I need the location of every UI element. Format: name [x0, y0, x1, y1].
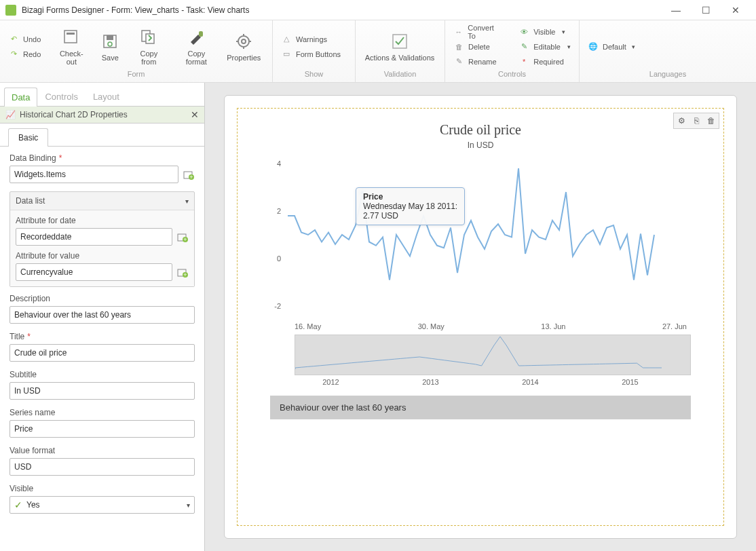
datalist-collapse[interactable]: Data list ▾: [10, 192, 194, 210]
ribbon-group-show: Show: [273, 70, 355, 82]
brush-icon: [187, 28, 206, 47]
svg-rect-0: [64, 31, 77, 43]
check-icon: [390, 32, 409, 51]
rename-label: Rename: [468, 58, 497, 66]
warnings-label: Warnings: [296, 35, 327, 43]
attrdate-picker-button[interactable]: +: [176, 231, 189, 243]
visible-dropdown[interactable]: 👁 Visible ▾: [514, 25, 575, 39]
save-button[interactable]: Save: [95, 24, 125, 69]
svg-text:-2: -2: [274, 302, 281, 310]
tooltip-date: Wednesday May 18 2011:: [363, 202, 457, 211]
required-dropdown[interactable]: * Required: [514, 55, 575, 69]
svg-point-8: [238, 36, 249, 47]
visible-prop-label: Visible: [10, 484, 33, 493]
maximize-button[interactable]: ☐: [691, 0, 721, 20]
editable-dropdown[interactable]: ✎ Editable ▾: [514, 40, 575, 54]
redo-button[interactable]: ↷ Redo: [4, 48, 45, 61]
title-input[interactable]: Crude oil price: [10, 344, 195, 362]
window-title: Bizagi Forms Designer - Form: View_chart…: [22, 5, 661, 15]
x-axis-labels: 16. May30. May13. Jun27. Jun: [254, 320, 707, 330]
close-properties-button[interactable]: ✕: [191, 109, 199, 120]
subtab-basic[interactable]: Basic: [8, 128, 48, 147]
convert-icon: ↔: [453, 26, 464, 37]
svg-text:4: 4: [277, 159, 281, 168]
svg-rect-7: [199, 31, 203, 37]
tooltip-value: 2.77 USD: [363, 211, 398, 221]
svg-text:+: +: [183, 271, 187, 278]
language-label: Default: [603, 43, 626, 51]
navigator-labels: 2012201320142015: [254, 378, 707, 386]
properties-header: Historical Chart 2D Properties: [20, 110, 191, 119]
editable-label: Editable: [533, 43, 561, 51]
valueformat-input[interactable]: USD: [10, 458, 195, 476]
svg-rect-3: [107, 35, 113, 40]
form-buttons-button[interactable]: ▭ Form Buttons: [277, 48, 345, 61]
attrvalue-input[interactable]: Currencyvalue: [16, 263, 172, 281]
description-input[interactable]: Behaviour over the last 60 years: [10, 306, 195, 324]
chart-plot: -2024: [254, 150, 661, 320]
undo-button[interactable]: ↶ Undo: [4, 33, 45, 46]
save-label: Save: [102, 54, 119, 62]
copy-format-label: Copy format: [176, 50, 216, 66]
svg-point-4: [108, 42, 112, 46]
title-bar: Bizagi Forms Designer - Form: View_chart…: [0, 0, 756, 20]
close-button[interactable]: ✕: [721, 0, 751, 20]
chart-icon: 📈: [5, 110, 16, 119]
attrvalue-label: Attribute for value: [16, 251, 79, 261]
convert-to-button[interactable]: ↔ Convert To: [449, 25, 506, 39]
properties-button[interactable]: Properties: [223, 24, 265, 69]
title-label: Title: [10, 332, 24, 341]
subtitle-input[interactable]: In USD: [10, 382, 195, 400]
redo-label: Redo: [23, 50, 41, 58]
widget-settings-button[interactable]: ⚙: [675, 115, 687, 127]
chart-description: Behaviour over the last 60 years: [270, 396, 691, 419]
save-icon: [100, 32, 119, 51]
delete-label: Delete: [468, 43, 490, 51]
attrdate-input[interactable]: Recordeddate: [16, 228, 172, 246]
svg-text:+: +: [189, 174, 193, 180]
actions-label: Actions & Validations: [365, 54, 435, 62]
formbuttons-label: Form Buttons: [296, 50, 341, 58]
description-label: Description: [10, 294, 50, 303]
tooltip-series: Price: [363, 192, 457, 202]
seriesname-input[interactable]: Price: [10, 420, 195, 438]
tab-layout[interactable]: Layout: [86, 87, 127, 106]
svg-text:2: 2: [277, 207, 281, 215]
rename-button[interactable]: ✎ Rename: [449, 55, 506, 69]
seriesname-label: Series name: [10, 408, 55, 417]
minimize-button[interactable]: —: [661, 0, 691, 20]
app-icon: [5, 5, 16, 16]
pencil-icon: ✎: [518, 41, 529, 52]
databinding-input[interactable]: Widgets.Items: [10, 166, 178, 183]
globe-icon: 🌐: [588, 41, 599, 52]
delete-button[interactable]: 🗑 Delete: [449, 40, 506, 54]
datalist-label: Data list: [16, 196, 45, 206]
copy-from-icon: [139, 28, 158, 47]
subtitle-label: Subtitle: [10, 370, 37, 379]
properties-panel: Data Controls Layout 📈 Historical Chart …: [0, 83, 205, 551]
visible-select[interactable]: ✓Yes ▾: [10, 496, 195, 514]
chart-subtitle: In USD: [254, 140, 707, 150]
design-canvas: ⚙ ⎘ 🗑 Crude oil price In USD -2024 Price…: [205, 83, 756, 551]
checkout-button[interactable]: Check-out: [50, 24, 92, 69]
visible-label: Visible: [533, 28, 555, 36]
ribbon: ↶ Undo ↷ Redo Check-out Save: [0, 20, 756, 83]
attrvalue-picker-button[interactable]: +: [176, 266, 189, 278]
language-dropdown[interactable]: 🌐 Default ▾: [584, 40, 639, 54]
tab-controls[interactable]: Controls: [37, 87, 85, 106]
widget-duplicate-button[interactable]: ⎘: [690, 115, 702, 127]
copy-from-button[interactable]: Copy from: [128, 24, 170, 69]
chart-widget[interactable]: ⚙ ⎘ 🗑 Crude oil price In USD -2024 Price…: [237, 108, 724, 526]
copy-format-button[interactable]: Copy format: [172, 24, 220, 69]
tab-data[interactable]: Data: [4, 88, 37, 107]
ribbon-group-validation: Validation: [356, 70, 445, 82]
actions-validations-button[interactable]: Actions & Validations: [360, 24, 440, 69]
warnings-button[interactable]: △ Warnings: [277, 33, 345, 46]
databinding-picker-button[interactable]: +: [183, 168, 195, 180]
undo-icon: ↶: [8, 34, 19, 45]
chart-title: Crude oil price: [254, 122, 707, 138]
ribbon-group-controls: Controls: [445, 70, 579, 82]
widget-delete-button[interactable]: 🗑: [705, 115, 717, 127]
eye-icon: 👁: [518, 26, 529, 37]
chart-navigator[interactable]: [295, 335, 691, 375]
